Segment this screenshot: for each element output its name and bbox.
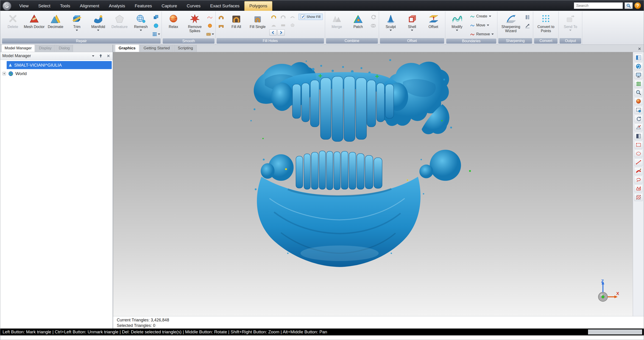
patch-button[interactable]: Patch [348,12,369,38]
previous-hole-button[interactable] [269,29,277,36]
viewport-3d[interactable]: Z X [113,52,633,316]
tab-model-manager[interactable]: Model Manager [2,45,35,52]
send-to-button[interactable]: Send To [560,12,581,38]
defeature-button[interactable]: Defeature [109,12,130,38]
bridge-flat-icon[interactable] [217,22,226,29]
select-line-icon[interactable] [634,158,643,166]
boolean-union-icon[interactable] [369,13,378,21]
select-lasso-icon[interactable] [634,176,643,184]
fill-single-button[interactable]: Fill Single [247,12,268,38]
trim-icon [72,13,82,24]
tab-scripting[interactable]: Scripting [174,45,196,52]
pane-menu-caret-icon[interactable] [91,54,96,58]
create-boundary-item[interactable]: Create [468,12,496,20]
backface-toggle-icon[interactable] [634,132,643,140]
fill-polygon-icon[interactable] [288,21,297,29]
fill-holes-options: Show Fill [268,12,324,38]
decimate-button[interactable]: Decimate [45,12,66,38]
select-polygon-icon[interactable] [634,185,643,192]
show-fill-checkbox[interactable]: Show Fill [298,14,323,20]
tree-item-world[interactable]: World [0,70,113,78]
fill-partial-icon[interactable] [269,21,278,29]
app-logo-icon[interactable] [2,2,11,10]
display-settings-icon[interactable] [634,71,643,79]
relax-button[interactable]: Relax [163,12,184,38]
pane-pin-icon[interactable] [98,54,103,58]
edit-triangles-icon[interactable] [634,124,643,131]
zoom-window-icon[interactable] [634,106,643,114]
menu-tab-features[interactable]: Features [130,2,157,11]
sandpaper-icon[interactable] [206,30,214,38]
remove-boundary-item[interactable]: Remove [468,30,496,38]
model-manager-toggle-icon[interactable] [634,54,643,62]
help-button[interactable]: ? [634,2,641,9]
document-close-icon[interactable] [637,47,642,51]
remesh-button[interactable]: Remesh [130,12,152,38]
zoom-icon[interactable] [634,89,643,96]
make-manifold-ball-icon[interactable] [152,22,160,29]
hole-tangent-icon[interactable] [279,13,288,21]
expander-plus-icon[interactable] [2,72,6,76]
tab-dialog[interactable]: Dialog [56,45,73,52]
menu-tab-select[interactable]: Select [34,2,55,11]
select-rectangle-icon[interactable] [634,141,643,149]
fill-all-button[interactable]: Fill All [226,12,247,38]
menu-tab-view[interactable]: View [14,2,34,11]
menu-tab-curves[interactable]: Curves [182,2,205,11]
globe-icon [8,71,13,76]
sharpen-edges-icon[interactable] [523,13,532,21]
smooth-ball-icon[interactable] [206,22,214,29]
refine-grid-icon[interactable] [152,30,160,38]
search-input[interactable] [574,2,623,9]
sculpt-button[interactable]: Sculpt [380,12,401,38]
bridge-curvature-icon[interactable] [217,13,226,21]
shell-button[interactable]: Shell [402,12,422,38]
search-button[interactable] [624,2,633,9]
tree-item-model[interactable]: SMALT-VICIANI^GIULIA [7,61,112,69]
stitch-icon[interactable] [152,13,160,21]
main-column: Graphics Getting Started Scripting [113,45,644,328]
rotate-view-icon[interactable] [634,63,643,70]
send-to-icon [566,13,575,24]
delete-button[interactable]: Delete [2,12,24,38]
fill-bridge-small-icon[interactable] [279,21,288,29]
pane-close-icon[interactable] [106,54,110,58]
manifold-button[interactable]: Manifold [88,12,109,38]
move-boundary-item[interactable]: Move [468,21,496,29]
hole-flat-icon[interactable] [288,13,297,21]
menu-tab-polygons[interactable]: Polygons [244,1,272,11]
boolean-intersect-icon[interactable] [369,22,378,29]
select-ellipse-icon[interactable] [634,150,643,157]
menu-tab-exact-surfaces[interactable]: Exact Surfaces [205,2,244,11]
tab-graphics[interactable]: Graphics [115,45,139,52]
tab-getting-started[interactable]: Getting Started [140,45,174,52]
sharpening-wizard-button[interactable]: Sharpening Wizard [498,12,523,38]
trim-button[interactable]: Trim [66,12,88,38]
menu-tab-tools[interactable]: Tools [55,2,75,11]
ribbon-group-fill-holes: Fill All Fill Single Show Fill [216,12,325,45]
menu-tab-analysis[interactable]: Analysis [104,2,130,11]
shaded-view-icon[interactable] [634,97,643,105]
menu-tab-capture[interactable]: Capture [157,2,182,11]
merge-button[interactable]: Merge [326,12,347,38]
select-paintbrush-icon[interactable] [634,167,643,175]
remove-spikes-button[interactable]: Remove Spikes [184,12,205,38]
modify-boundary-button[interactable]: Modify [446,12,468,38]
wireframe-toggle-icon[interactable] [634,80,643,88]
select-custom-region-icon[interactable] [634,193,643,201]
tab-display[interactable]: Display [36,45,55,52]
deviation-arrow-icon[interactable] [523,22,532,29]
reduce-noise-icon[interactable] [206,13,214,21]
orientation-axis-widget[interactable]: Z X [590,279,620,306]
offset-icon [428,13,438,24]
mesh-doctor-button[interactable]: Mesh Doctor [24,12,45,38]
hole-curvature-icon[interactable] [269,13,278,21]
reset-view-icon[interactable] [634,115,643,123]
dental-scan-model[interactable] [113,52,633,316]
selected-triangles-label: Selected Triangles: 0 [117,323,644,328]
convert-to-points-button[interactable]: Convert to Points [534,12,557,38]
offset-button[interactable]: Offset [423,12,444,38]
chevron-right-icon [279,31,282,34]
next-hole-button[interactable] [278,29,285,36]
menu-tab-alignment[interactable]: Alignment [75,2,104,11]
